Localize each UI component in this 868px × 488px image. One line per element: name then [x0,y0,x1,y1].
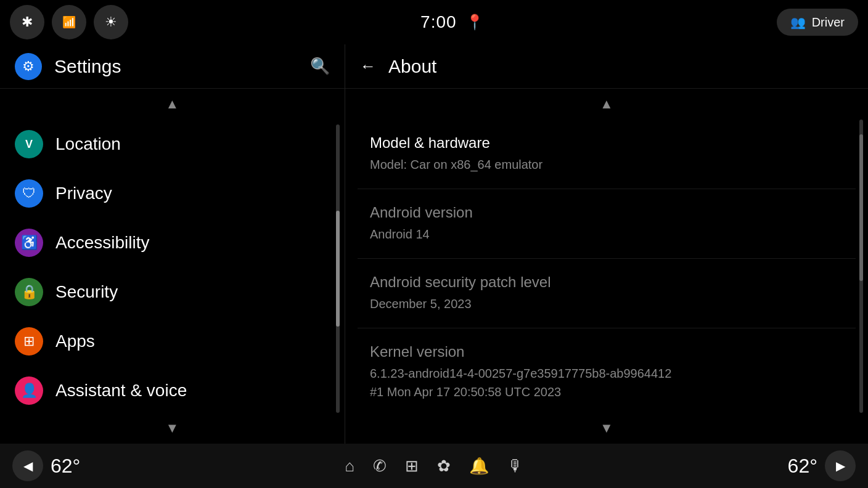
security-patch-title: Android security patch level [370,274,843,291]
phone-button[interactable]: ✆ [373,457,387,476]
sidebar-item-label: Privacy [55,184,112,203]
right-scrollbar[interactable] [859,120,863,413]
home-button[interactable]: ⌂ [345,457,354,476]
temp-right-display: 62° [788,455,817,478]
sidebar-item-label: Assistant & voice [55,381,187,401]
next-button[interactable]: ▶ [825,450,856,481]
bottom-right: 62° ▶ [788,450,856,481]
sidebar-item-label: Apps [55,331,95,351]
brightness-button[interactable]: ☀ [94,5,128,39]
settings-app-icon: ⚙ [15,53,42,80]
back-button[interactable]: ← [360,57,376,76]
left-panel: ⚙ Settings 🔍 ▲ V Location 🛡 Privacy [0,44,345,444]
accessibility-icon: ♿ [15,229,43,257]
chevron-down-icon: ▼ [600,420,613,436]
security-icon: 🔒 [15,278,43,306]
bluetooth-button[interactable]: ✱ [10,5,44,39]
driver-button[interactable]: 👥 Driver [777,9,858,36]
left-scrollbar[interactable] [336,124,340,413]
chevron-down-icon: ▼ [166,420,179,436]
chevron-up-icon: ▲ [600,96,613,112]
assistant-icon: 👤 [15,376,43,405]
settings-list: V Location 🛡 Privacy ♿ Accessibility 🔒 [0,120,345,413]
right-scrollbar-thumb [859,134,863,281]
kernel-version-value: 6.1.23-android14-4-00257-g7e35917775b8-a… [370,364,843,401]
about-item-security-patch[interactable]: Android security patch level December 5,… [358,259,856,328]
search-button[interactable]: 🔍 [310,57,330,76]
bell-button[interactable]: 🔔 [469,457,489,476]
about-item-android-version[interactable]: Android version Android 14 [358,189,856,259]
prev-button[interactable]: ◀ [12,450,43,481]
driver-icon: 👥 [790,15,806,30]
temp-left-display: 62° [51,455,80,478]
privacy-icon: 🛡 [15,179,43,208]
sidebar-item-assistant[interactable]: 👤 Assistant & voice [0,366,345,413]
right-panel: ← About ▲ Model & hardware Model: Car on… [345,44,868,444]
kernel-version-title: Kernel version [370,343,843,360]
mic-button[interactable]: 🎙 [507,457,523,476]
top-bar-center: 7:00 📍 [128,12,777,32]
driver-label: Driver [812,15,845,30]
bottom-left: ◀ 62° [12,450,80,481]
android-version-title: Android version [370,204,843,221]
fan-button[interactable]: ✿ [437,457,451,476]
clock-display: 7:00 [420,12,457,32]
about-scroll-up-button[interactable]: ▲ [358,89,856,120]
top-bar-right: 👥 Driver [777,9,858,36]
sidebar-item-privacy[interactable]: 🛡 Privacy [0,169,345,218]
about-item-kernel[interactable]: Kernel version 6.1.23-android14-4-00257-… [358,328,856,417]
signal-icon: 📶 [62,15,76,29]
about-content: ▲ Model & hardware Model: Car on x86_64 … [345,89,868,444]
left-scrollbar-thumb [336,211,340,326]
bluetooth-icon: ✱ [22,14,33,30]
model-hardware-value: Model: Car on x86_64 emulator [370,155,843,174]
security-patch-value: December 5, 2023 [370,295,843,313]
sidebar-item-accessibility[interactable]: ♿ Accessibility [0,218,345,267]
location-pin-icon: 📍 [465,14,485,31]
bottom-bar: ◀ 62° ⌂ ✆ ⊞ ✿ 🔔 🎙 62° ▶ [0,444,868,488]
location-icon: V [15,130,43,158]
scroll-up-button[interactable]: ▲ [0,89,345,120]
sidebar-item-location[interactable]: V Location [0,120,345,169]
android-version-value: Android 14 [370,225,843,243]
bottom-center: ⌂ ✆ ⊞ ✿ 🔔 🎙 [345,457,523,476]
settings-title: Settings [54,56,298,77]
model-hardware-title: Model & hardware [370,134,843,152]
sidebar-item-apps[interactable]: ⊞ Apps [0,317,345,366]
chevron-right-icon: ▶ [836,458,845,473]
top-bar: ✱ 📶 ☀ 7:00 📍 👥 Driver [0,0,868,44]
sidebar-item-label: Security [55,282,118,302]
about-title: About [388,56,436,77]
signal-button[interactable]: 📶 [52,5,86,39]
about-header: ← About [345,44,868,89]
about-item-model[interactable]: Model & hardware Model: Car on x86_64 em… [358,120,856,189]
about-scroll-down-button[interactable]: ▼ [345,413,868,444]
top-bar-left: ✱ 📶 ☀ [10,5,128,39]
scroll-down-button[interactable]: ▼ [0,413,345,444]
sidebar-item-security[interactable]: 🔒 Security [0,267,345,317]
brightness-icon: ☀ [105,14,117,30]
sidebar-item-label: Location [55,134,121,154]
grid-button[interactable]: ⊞ [405,457,419,476]
main-content: ⚙ Settings 🔍 ▲ V Location 🛡 Privacy [0,44,868,444]
chevron-left-icon: ◀ [23,458,33,473]
chevron-up-icon: ▲ [166,96,179,112]
settings-header: ⚙ Settings 🔍 [0,44,345,89]
apps-icon: ⊞ [15,327,43,356]
sidebar-item-label: Accessibility [55,233,149,253]
